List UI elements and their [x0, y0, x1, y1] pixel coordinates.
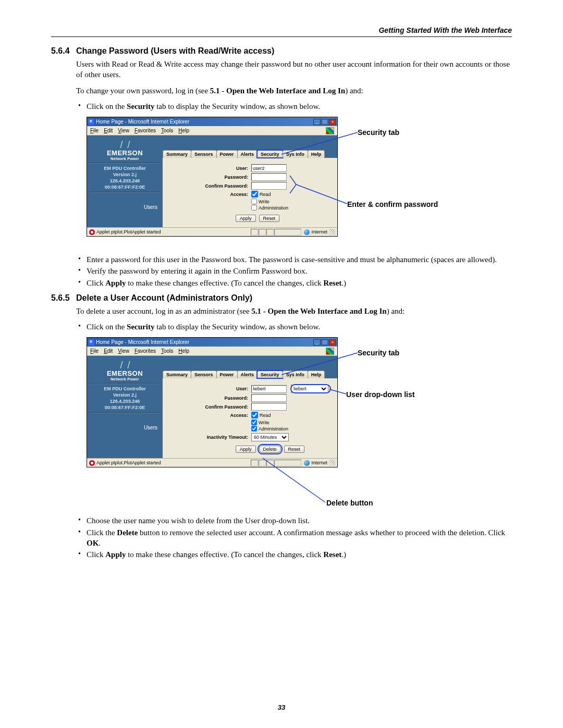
paragraph: To delete a user account, log in as an a…: [76, 306, 512, 316]
delete-button[interactable]: Delete: [259, 446, 281, 453]
security-form: User: Password: Confirm Password: A: [163, 158, 337, 227]
apply-button[interactable]: Apply: [236, 446, 256, 453]
menu-file[interactable]: File: [90, 128, 99, 133]
sidebar-item-users[interactable]: Users: [89, 425, 161, 430]
sidebar-item-users[interactable]: Users: [89, 204, 161, 210]
figure-delete-user: Home Page - Microsoft Internet Explorer …: [87, 337, 512, 509]
resize-grip-icon[interactable]: [329, 460, 335, 466]
password-field[interactable]: [251, 394, 287, 402]
tab-security[interactable]: Security: [257, 371, 283, 378]
menu-view[interactable]: View: [118, 128, 129, 133]
emerson-logo: EMERSON Network Power: [89, 361, 161, 381]
status-text: Applet ptplot.PlotApplet started: [96, 229, 161, 235]
tab-row: Summary Sensors Power Alerts Security Sy…: [163, 135, 337, 158]
java-icon: [89, 229, 95, 235]
running-header: Getting Started With the Web Interface: [51, 26, 512, 34]
menu-favorites[interactable]: Favorites: [134, 348, 156, 354]
admin-checkbox[interactable]: [251, 205, 257, 211]
list-item: Click Apply to make these changes effect…: [76, 549, 512, 560]
emerson-logo: EMERSON Network Power: [89, 141, 161, 161]
menu-file[interactable]: File: [90, 348, 99, 354]
tab-sensors[interactable]: Sensors: [191, 371, 217, 378]
resize-grip-icon[interactable]: [329, 229, 335, 235]
list-item: Click Apply to make these changes effect…: [76, 278, 512, 288]
sidebar: EMERSON Network Power EM PDU Controller …: [87, 135, 163, 227]
tab-power[interactable]: Power: [216, 150, 238, 158]
ie-window: Home Page - Microsoft Internet Explorer …: [87, 337, 338, 467]
tab-sysinfo[interactable]: Sys Info: [283, 371, 308, 378]
user-dropdown[interactable]: liebert: [291, 385, 328, 393]
tab-sensors[interactable]: Sensors: [191, 150, 217, 158]
globe-icon: [304, 460, 310, 466]
title-bar[interactable]: Home Page - Microsoft Internet Explorer …: [87, 117, 337, 126]
tab-help[interactable]: Help: [308, 371, 325, 378]
write-checkbox[interactable]: [251, 419, 257, 425]
admin-checkbox[interactable]: [251, 426, 257, 431]
user-field[interactable]: [251, 385, 287, 393]
minimize-button[interactable]: _: [313, 339, 321, 346]
main-panel: Summary Sensors Power Alerts Security Sy…: [163, 135, 337, 227]
access-label: Access:: [163, 413, 251, 418]
tab-help[interactable]: Help: [308, 150, 325, 158]
user-field[interactable]: [251, 164, 287, 172]
list-item: Enter a password for this user in the Pa…: [76, 254, 512, 265]
status-bar: Applet ptplot.PlotApplet started Interne…: [87, 458, 337, 467]
confirm-password-field[interactable]: [251, 403, 287, 411]
menu-bar: File Edit View Favorites Tools Help: [87, 347, 337, 356]
callout-security-tab: Security tab: [358, 349, 399, 357]
menu-view[interactable]: View: [118, 348, 129, 354]
ie-icon: [88, 119, 94, 125]
content-area: EMERSON Network Power EM PDU Controller …: [87, 356, 337, 458]
figure-change-password: Home Page - Microsoft Internet Explorer …: [87, 117, 512, 248]
tab-summary[interactable]: Summary: [163, 371, 191, 378]
access-label: Access:: [163, 192, 251, 197]
title-bar[interactable]: Home Page - Microsoft Internet Explorer …: [87, 338, 337, 347]
tab-summary[interactable]: Summary: [163, 150, 191, 158]
write-checkbox[interactable]: [251, 199, 257, 204]
tab-alerts[interactable]: Alerts: [237, 371, 258, 378]
callout-security-tab: Security tab: [358, 128, 399, 137]
apply-button[interactable]: Apply: [236, 215, 256, 222]
security-zone: Internet: [311, 229, 327, 235]
tab-sysinfo[interactable]: Sys Info: [283, 150, 308, 158]
close-button[interactable]: ×: [329, 119, 336, 125]
menu-edit[interactable]: Edit: [104, 348, 113, 354]
reset-button[interactable]: Reset: [284, 446, 305, 453]
security-zone: Internet: [311, 460, 327, 465]
menu-favorites[interactable]: Favorites: [134, 128, 156, 133]
maximize-button[interactable]: □: [321, 119, 328, 125]
sidebar-info: EM PDU Controller Version 2.j 126.4.203.…: [89, 166, 161, 190]
maximize-button[interactable]: □: [321, 339, 328, 346]
tab-power[interactable]: Power: [216, 371, 238, 378]
callout-enter-confirm: Enter & confirm password: [347, 200, 438, 208]
list-item: Click on the Security tab to display the…: [76, 101, 512, 112]
section-number: 5.6.4: [51, 46, 76, 56]
confirm-password-field[interactable]: [251, 182, 287, 190]
inactivity-dropdown[interactable]: 60 Minutes: [251, 433, 289, 441]
menu-tools[interactable]: Tools: [161, 348, 173, 354]
windows-flag-icon: [326, 348, 334, 355]
section-heading-564: 5.6.4Change Password (Users with Read/Wr…: [51, 46, 512, 56]
close-button[interactable]: ×: [329, 339, 336, 346]
bullet-list: Enter a password for this user in the Pa…: [76, 254, 512, 288]
sidebar: EMERSON Network Power EM PDU Controller …: [87, 356, 163, 458]
password-field[interactable]: [251, 173, 287, 181]
menu-help[interactable]: Help: [178, 348, 189, 354]
inactivity-label: Inactivity Timeout:: [163, 435, 251, 440]
security-form: User: liebert Password: Confi: [163, 378, 337, 458]
read-checkbox[interactable]: [251, 191, 258, 198]
tab-security[interactable]: Security: [257, 150, 283, 158]
read-checkbox[interactable]: [251, 412, 258, 418]
menu-edit[interactable]: Edit: [104, 128, 113, 133]
page-number: 33: [0, 704, 563, 711]
status-bar: Applet ptplot.PlotApplet started Interne…: [87, 227, 337, 236]
tab-alerts[interactable]: Alerts: [237, 150, 258, 158]
reset-button[interactable]: Reset: [259, 215, 280, 222]
menu-help[interactable]: Help: [178, 128, 189, 133]
list-item: Click on the Security tab to display the…: [76, 322, 512, 332]
minimize-button[interactable]: _: [313, 119, 321, 125]
list-item: Verify the password by entering it again…: [76, 266, 512, 276]
menu-tools[interactable]: Tools: [161, 128, 173, 133]
password-label: Password:: [163, 396, 251, 401]
section-number: 5.6.5: [51, 293, 76, 303]
